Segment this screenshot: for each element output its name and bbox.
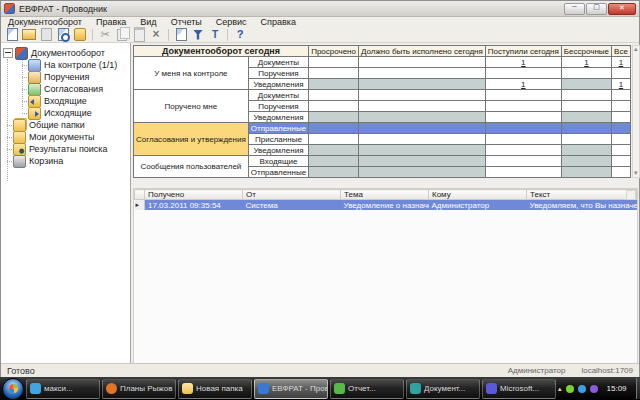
sort-icon[interactable]: T <box>207 28 223 42</box>
tree-item-obschie-papki[interactable]: Общие папки <box>1 119 130 131</box>
row-indicator-icon: ▸ <box>135 200 145 211</box>
taskbar-button-active[interactable]: ЕВФРАТ - Пров... <box>254 379 328 399</box>
tree-item-porucheniya[interactable]: Поручения <box>1 71 130 83</box>
menu-documentooborot[interactable]: Документооборот <box>8 17 82 27</box>
scroll-down-icon[interactable] <box>633 170 639 177</box>
tree-item-korzina[interactable]: Корзина <box>1 155 130 167</box>
group-porucheno-mne: Поручено мне <box>134 90 249 123</box>
system-tray: ▴ 15:09 <box>558 378 640 399</box>
message-list-empty-area <box>134 210 637 363</box>
main-area: Документооборот На контроле (1/1) Поруче… <box>1 43 639 363</box>
tree-item-ishodyaschie[interactable]: Исходящие <box>1 107 130 119</box>
delete-icon[interactable]: × <box>148 28 164 42</box>
taskbar-button-1[interactable]: макси... <box>26 379 100 399</box>
approvals-icon <box>28 83 41 96</box>
col-komu[interactable]: Кому <box>429 190 527 200</box>
minimize-button[interactable] <box>564 3 585 15</box>
summary-scrollbar[interactable] <box>632 45 640 178</box>
tree-item-rezultaty-poiska[interactable]: Результаты поиска <box>1 143 130 155</box>
tray-chevron-icon[interactable]: ▴ <box>558 385 562 393</box>
app-icon <box>4 3 15 14</box>
title-bar: ЕВФРАТ - Проводник <box>1 1 639 17</box>
taskbar-button-5[interactable]: Отчет... <box>330 379 404 399</box>
summary-title: Документооборот сегодня <box>134 46 309 57</box>
summary-row-selected: Согласования и утверждения Отправленные <box>134 123 631 134</box>
user-card-icon[interactable] <box>72 28 88 42</box>
group-soglasovaniya: Согласования и утверждения <box>134 123 249 156</box>
col-dolzhno: Должно быть исполнено сегодня <box>358 46 485 57</box>
menu-otchety[interactable]: Отчеты <box>171 17 202 27</box>
taskbar-clock[interactable]: 15:09 <box>602 384 632 393</box>
collapse-icon[interactable] <box>3 48 13 58</box>
paste-icon[interactable] <box>131 28 147 42</box>
count-link[interactable]: 1 <box>612 57 631 68</box>
col-tekst[interactable]: Текст <box>527 190 637 200</box>
open-mail-icon[interactable] <box>21 28 37 42</box>
search-icon[interactable] <box>55 28 71 42</box>
status-user: Администратор <box>508 366 566 375</box>
group-na-kontrole: У меня на контроле <box>134 57 249 90</box>
col-ot[interactable]: От <box>243 190 341 200</box>
close-button[interactable] <box>608 3 636 15</box>
help-icon[interactable]: ? <box>232 28 248 42</box>
new-document-icon[interactable] <box>4 28 20 42</box>
count-link[interactable]: 1 <box>485 57 561 68</box>
message-list: Получено От Тема Кому Текст ▸ 17.03.2011… <box>133 188 638 363</box>
taskbar: макси... Планы Рыжов П... Новая папка ЕВ… <box>0 377 640 400</box>
tree-item-documentooborot[interactable]: Документооборот <box>1 47 130 59</box>
count-link[interactable]: 1 <box>561 57 611 68</box>
tray-icon-blue[interactable] <box>578 385 586 393</box>
tree-item-moi-dokumenty[interactable]: Мои документы <box>1 131 130 143</box>
app7-icon <box>486 383 497 394</box>
toolbar-separator <box>227 29 228 41</box>
window-controls <box>564 3 636 15</box>
taskbar-button-3[interactable]: Новая папка <box>178 379 252 399</box>
copy-icon[interactable] <box>114 28 130 42</box>
tray-icon-green[interactable] <box>566 385 574 393</box>
on-control-icon <box>28 59 41 72</box>
menu-pravka[interactable]: Правка <box>96 17 126 27</box>
count-link[interactable]: 1 <box>485 79 561 90</box>
show-desktop-button[interactable] <box>636 378 640 399</box>
tree-item-vhodyaschie[interactable]: Входящие <box>1 95 130 107</box>
assignments-icon <box>28 71 41 84</box>
tree-item-na-kontrole[interactable]: На контроле (1/1) <box>1 59 130 71</box>
window-title: ЕВФРАТ - Проводник <box>19 4 564 14</box>
menu-vid[interactable]: Вид <box>140 17 156 27</box>
windows-logo-icon <box>9 384 18 393</box>
new-from-template-icon[interactable] <box>38 28 54 42</box>
list-scroll-up-icon[interactable] <box>626 190 636 200</box>
summary-row: Поручено мне Документы <box>134 90 631 101</box>
taskbar-button-7[interactable]: Microsoft... <box>482 379 556 399</box>
filter-icon[interactable] <box>190 28 206 42</box>
status-server: localhost:1709 <box>581 366 633 375</box>
col-polucheno[interactable]: Получено <box>145 190 243 200</box>
tray-icon-purple[interactable] <box>590 385 598 393</box>
evfrat-icon <box>258 383 269 394</box>
menu-servis[interactable]: Сервис <box>216 17 247 27</box>
toolbar: ✂ × T ? <box>1 27 639 43</box>
taskbar-button-2[interactable]: Планы Рыжов П... <box>102 379 176 399</box>
toolbar-separator <box>168 29 169 41</box>
app-window: ЕВФРАТ - Проводник Документооборот Правк… <box>0 0 640 378</box>
scroll-up-icon[interactable] <box>633 46 639 53</box>
inbox-folder-icon <box>28 95 41 108</box>
summary-row: Сообщения пользователей Входящие <box>134 156 631 167</box>
summary-row: У меня на контроле Документы 1 1 1 <box>134 57 631 68</box>
menu-spravka[interactable]: Справка <box>261 17 296 27</box>
start-button[interactable] <box>2 378 24 400</box>
col-tema[interactable]: Тема <box>341 190 429 200</box>
report-icon[interactable] <box>173 28 189 42</box>
status-bar: Готово Администратор localhost:1709 <box>1 363 639 377</box>
message-row-selected[interactable]: ▸ 17.03.2011 09:35:54 Система Уведомлени… <box>135 200 637 211</box>
col-prosrocheno: Просрочено <box>309 46 359 57</box>
count-link[interactable]: 1 <box>612 79 631 90</box>
tree-item-soglasovaniya[interactable]: Согласования <box>1 83 130 95</box>
message-list-header: Получено От Тема Кому Текст <box>135 190 637 200</box>
app6-icon <box>410 383 421 394</box>
cut-icon[interactable]: ✂ <box>97 28 113 42</box>
maximize-button[interactable] <box>586 3 607 15</box>
shared-folders-icon <box>13 119 26 132</box>
taskbar-button-6[interactable]: Документ... <box>406 379 480 399</box>
summary-header-row: Документооборот сегодня Просрочено Должн… <box>134 46 631 57</box>
